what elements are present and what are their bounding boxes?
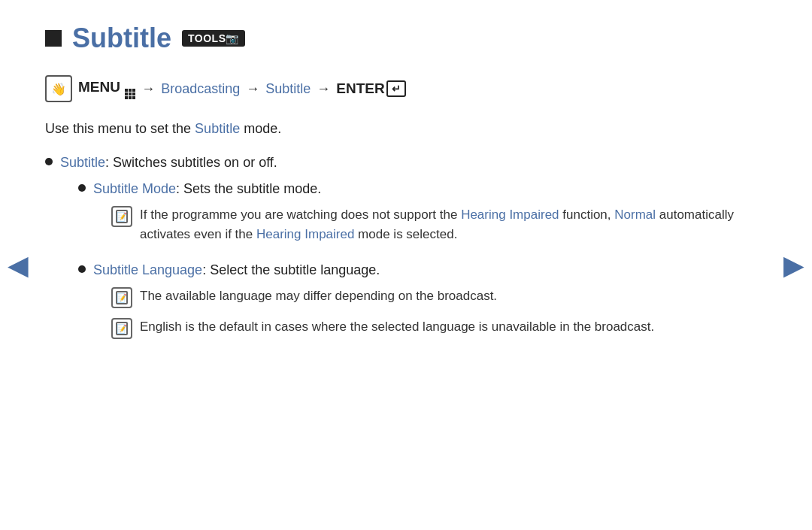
note-item: 📝 If the programme you are watching does… [111,205,752,244]
subtitle-language-term: Subtitle Language [93,262,202,277]
note-list-language: 📝 The available language may differ depe… [111,286,752,339]
note-item: 📝 The available language may differ depe… [111,286,752,308]
hearing-impaired-highlight-2: Hearing Impaired [256,227,354,241]
menu-hand-icon: 👋 [45,75,72,102]
arrow-3: → [317,81,330,97]
main-bullet-list: Subtitle: Switches subtitles on or off. … [45,153,752,356]
tools-badge: TOOLS📷 [182,30,245,47]
bullet-icon [78,265,86,273]
broadcasting-link: Broadcasting [161,81,240,97]
note-icon: 📝 [111,206,132,227]
nav-arrow-left[interactable]: ◀ [8,250,29,281]
note-icon: 📝 [111,287,132,308]
bullet-icon [45,158,53,165]
title-square-icon [45,30,62,47]
note-item: 📝 English is the default in cases where … [111,317,752,339]
note-text: If the programme you are watching does n… [140,205,752,244]
list-item: Subtitle Mode: Sets the subtitle mode. 📝… [78,179,752,253]
subtitle-language-content: Subtitle Language: Select the subtitle l… [93,260,752,348]
subtitle-highlight-body: Subtitle [195,121,240,136]
subtitle-mode-term: Subtitle Mode [93,181,176,196]
note-text: English is the default in cases where th… [140,317,752,337]
list-item: Subtitle Language: Select the subtitle l… [78,260,752,348]
normal-highlight: Normal [614,207,656,222]
sub-bullet-list: Subtitle Mode: Sets the subtitle mode. 📝… [78,179,752,348]
menu-path: 👋 MENU → Broadcasting → Subtitle → ENTER… [45,75,752,102]
hearing-impaired-highlight-1: Hearing Impaired [461,207,559,222]
arrow-1: → [141,81,155,97]
subtitle-link: Subtitle [265,81,311,97]
note-list-mode: 📝 If the programme you are watching does… [111,205,752,244]
menu-label: MENU [78,79,135,99]
list-item: Subtitle: Switches subtitles on or off. … [45,153,752,356]
bullet-content: Subtitle: Switches subtitles on or off. … [60,153,752,356]
bullet-icon [78,184,86,192]
enter-icon: ↵ [386,80,406,97]
enter-label: ENTER↵ [336,80,405,98]
menu-grid-icon [125,89,135,99]
page-container: ◀ ▶ Subtitle TOOLS📷 👋 MENU → Broadcastin… [0,0,812,530]
subtitle-mode-content: Subtitle Mode: Sets the subtitle mode. 📝… [93,179,752,253]
subtitle-term: Subtitle [60,155,105,170]
page-title: Subtitle [72,23,171,54]
body-description: Use this menu to set the Subtitle mode. [45,119,752,139]
note-icon: 📝 [111,318,132,339]
note-text: The available language may differ depend… [140,286,752,306]
title-row: Subtitle TOOLS📷 [45,23,752,54]
arrow-2: → [246,81,259,97]
nav-arrow-right[interactable]: ▶ [783,250,804,281]
